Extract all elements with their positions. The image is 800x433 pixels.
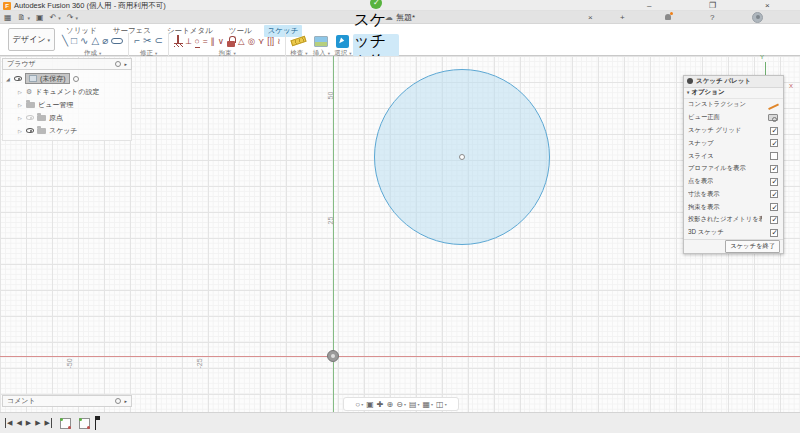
browser-root-row[interactable]: ◢ (未保存) <box>5 72 131 85</box>
extend-tool-icon[interactable]: ⊂ <box>154 34 162 48</box>
checkbox[interactable] <box>770 178 778 186</box>
timeline-go-to-start-button[interactable]: ◀ <box>5 418 12 428</box>
checkbox[interactable] <box>770 165 778 173</box>
sketch-canvas[interactable]: 50 25 -50 -25 Y X ブラウザ ▸ ◢ (未保 <box>0 56 800 412</box>
palette-option-construction[interactable]: コンストラクション <box>684 99 783 112</box>
tangent-constraint-icon[interactable]: ○ <box>195 35 200 48</box>
circle-tool-icon[interactable]: ⌀ <box>102 34 108 48</box>
user-avatar[interactable] <box>752 12 763 23</box>
zoom-window-icon[interactable]: ⊖ <box>396 400 403 409</box>
equal-constraint-icon[interactable]: = <box>203 35 208 47</box>
collapsed-icon[interactable]: ▷ <box>17 128 23 134</box>
pan-icon[interactable]: ✚ <box>377 400 384 409</box>
coincident-constraint-icon[interactable]: ∨ <box>218 35 224 47</box>
sketch-palette-header[interactable]: スケッチ パレット <box>684 76 783 88</box>
viewports-icon[interactable]: ◫ <box>436 400 444 409</box>
workspace-selector-button[interactable]: デザイン ▾ <box>8 28 55 51</box>
spline-tool-icon[interactable]: ∿ <box>80 34 88 48</box>
orbit-caret-icon[interactable]: ▾ <box>361 402 363 407</box>
polygon-tool-icon[interactable]: △ <box>91 34 99 48</box>
select-cursor-icon[interactable] <box>336 35 349 48</box>
comments-collapse-icon[interactable]: ▸ <box>124 398 127 404</box>
comments-options-icon[interactable] <box>115 398 121 404</box>
comments-panel[interactable]: コメント ▸ <box>2 395 132 407</box>
display-caret-icon[interactable]: ▾ <box>417 402 419 407</box>
browser-row-sketches[interactable]: ▷ スケッチ <box>5 124 131 137</box>
timeline-go-to-end-button[interactable]: ▶ <box>45 418 52 428</box>
checkbox[interactable] <box>770 139 778 147</box>
root-settings-icon[interactable] <box>73 76 79 82</box>
help-icon[interactable]: ? <box>710 11 714 24</box>
close-tab-icon[interactable]: × <box>588 11 593 24</box>
eye-icon[interactable] <box>26 128 34 133</box>
browser-row-document-settings[interactable]: ▷ ⚙ ドキュメントの設定 <box>5 85 131 98</box>
measure-ruler-icon[interactable] <box>291 36 307 46</box>
collapsed-icon[interactable]: ▷ <box>17 102 23 108</box>
viewports-caret-icon[interactable]: ▾ <box>445 402 447 407</box>
orbit-icon[interactable]: ○ <box>355 400 360 409</box>
browser-collapse-icon[interactable]: ▸ <box>124 61 127 67</box>
root-document-node[interactable]: (未保存) <box>25 73 70 84</box>
close-button[interactable]: × <box>765 0 770 11</box>
midpoint-constraint-icon[interactable]: △ <box>238 35 245 47</box>
timeline-step-back-button[interactable]: ◀ <box>16 418 21 428</box>
display-settings-icon[interactable]: ▤ <box>409 400 417 409</box>
palette-option-slice[interactable]: スライス <box>684 150 783 163</box>
curvature-constraint-icon[interactable]: ≀ <box>277 35 280 47</box>
browser-row-origin[interactable]: ▷ 原点 <box>5 111 131 124</box>
checkbox[interactable] <box>770 190 778 198</box>
checkbox[interactable] <box>770 127 778 135</box>
collinear-constraint-icon[interactable]: [|] <box>267 35 274 47</box>
browser-header[interactable]: ブラウザ ▸ <box>2 58 132 70</box>
timeline-sketch-feature[interactable] <box>60 418 71 429</box>
finish-sketch-palette-button[interactable]: スケッチを終了 <box>725 240 780 253</box>
palette-option-show-points[interactable]: 点を表示 <box>684 175 783 188</box>
lock-constraint-icon[interactable] <box>227 36 235 47</box>
symmetry-constraint-icon[interactable]: ⋎ <box>258 35 264 47</box>
zoom-caret-icon[interactable]: ▾ <box>404 402 406 407</box>
parallel-constraint-icon[interactable]: ∥ <box>211 35 215 47</box>
checkbox[interactable] <box>770 203 778 211</box>
timeline-sketch-feature-active[interactable] <box>79 418 90 429</box>
trim-scissors-icon[interactable]: ✂ <box>143 34 151 48</box>
fix-constraint-icon[interactable] <box>174 35 183 47</box>
timeline-position-marker[interactable] <box>95 416 97 430</box>
minimize-button[interactable]: – <box>647 0 651 11</box>
insert-image-icon[interactable] <box>314 36 328 47</box>
browser-filter-icon[interactable] <box>115 61 121 67</box>
checkbox[interactable] <box>770 229 778 237</box>
palette-option-3d-sketch[interactable]: 3D スケッチ <box>684 226 783 239</box>
fillet-tool-icon[interactable]: ⌐ <box>134 34 140 48</box>
origin-point[interactable] <box>327 350 339 362</box>
line-tool-icon[interactable]: ╲ <box>62 34 68 48</box>
concentric-constraint-icon[interactable]: ◎ <box>248 35 255 47</box>
collapsed-icon[interactable]: ▷ <box>17 89 23 95</box>
palette-option-show-profile[interactable]: プロファイルを表示 <box>684 162 783 175</box>
palette-option-look-at[interactable]: ビュー正面 <box>684 111 783 124</box>
perpendicular-constraint-icon[interactable]: ⟂ <box>186 35 192 47</box>
slot-tool-icon[interactable] <box>111 38 123 44</box>
notification-bell-icon[interactable] <box>665 14 671 20</box>
maximize-button[interactable]: ❐ <box>709 0 716 11</box>
checkbox[interactable] <box>770 152 778 160</box>
eye-icon[interactable] <box>14 76 22 81</box>
rectangle-tool-icon[interactable]: □ <box>71 34 77 48</box>
eye-hidden-icon[interactable] <box>26 115 34 120</box>
palette-options-section[interactable]: ▾ オプション <box>684 88 783 99</box>
construction-icon[interactable] <box>766 99 779 110</box>
timeline-step-forward-button[interactable]: ▶ <box>35 418 40 428</box>
browser-row-views[interactable]: ▷ ビュー管理 <box>5 98 131 111</box>
palette-option-show-constraints[interactable]: 拘束を表示 <box>684 201 783 214</box>
grid-caret-icon[interactable]: ▾ <box>431 402 433 407</box>
checkbox[interactable] <box>770 216 778 224</box>
collapsed-icon[interactable]: ▷ <box>17 115 23 121</box>
expand-icon[interactable]: ◢ <box>5 76 11 82</box>
document-tab[interactable]: ☁ 無題* <box>0 11 800 24</box>
look-at-icon[interactable] <box>768 114 778 121</box>
finish-sketch-button[interactable]: ✓ スケッチを終了▾ <box>353 34 399 57</box>
circle-center-point[interactable] <box>459 154 465 160</box>
palette-option-snap[interactable]: スナップ <box>684 137 783 150</box>
look-at-icon[interactable]: ▣ <box>366 400 374 409</box>
timeline-play-button[interactable]: ▶ <box>26 418 31 428</box>
palette-option-show-dimensions[interactable]: 寸法を表示 <box>684 188 783 201</box>
